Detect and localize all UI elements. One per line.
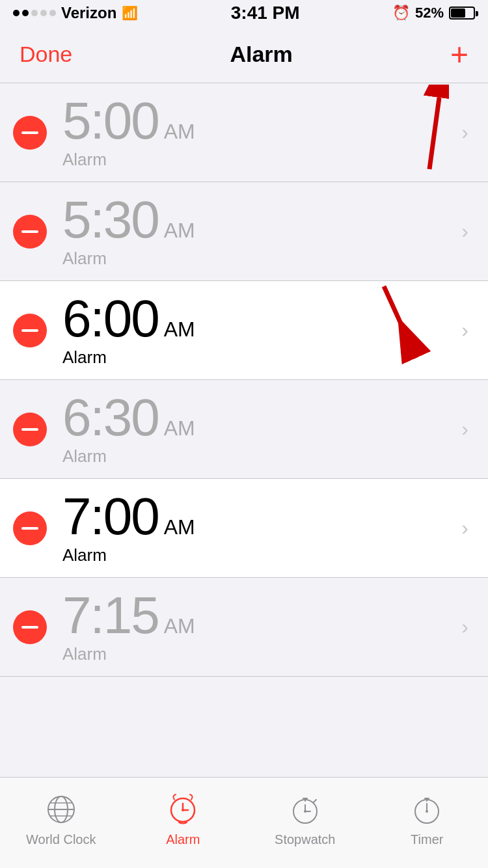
- alarm-ampm-4: AM: [164, 418, 195, 439]
- signal-dots: [13, 10, 56, 16]
- alarm-time-3: 6:00 AM: [62, 293, 451, 345]
- alarm-item-3[interactable]: 6:00 AM Alarm ›: [0, 281, 488, 380]
- alarm-time-5: 7:00 AM: [62, 491, 451, 543]
- nav-title: Alarm: [230, 42, 292, 67]
- delete-button-4[interactable]: [13, 413, 47, 446]
- alarm-hour-4: 6:30: [62, 392, 159, 444]
- alarm-item-6[interactable]: 7:15 AM Alarm ›: [0, 578, 488, 677]
- tab-world-clock[interactable]: World Clock: [0, 792, 122, 847]
- chevron-icon-3: ›: [461, 318, 468, 342]
- signal-dot-3: [31, 10, 38, 16]
- tab-alarm-label: Alarm: [166, 832, 200, 847]
- alarm-hour-5: 7:00: [62, 491, 159, 543]
- alarm-ampm-1: AM: [164, 121, 195, 142]
- signal-dot-5: [49, 10, 56, 16]
- status-right: ⏰ 52%: [392, 5, 475, 21]
- battery-fill: [451, 8, 465, 18]
- alarm-hour-2: 5:30: [62, 194, 159, 246]
- chevron-icon-4: ›: [461, 417, 468, 441]
- alarm-ampm-6: AM: [164, 616, 195, 636]
- alarm-item-2[interactable]: 5:30 AM Alarm ›: [0, 182, 488, 281]
- done-button[interactable]: Done: [20, 42, 72, 67]
- globe-icon: [44, 792, 79, 827]
- tab-stopwatch-label: Stopwatch: [275, 832, 335, 847]
- add-alarm-button[interactable]: +: [450, 39, 468, 70]
- delete-button-2[interactable]: [13, 215, 47, 249]
- delete-button-6[interactable]: [13, 610, 47, 644]
- alarm-time-1: 5:00 AM: [62, 95, 451, 147]
- alarm-label-2: Alarm: [62, 249, 451, 269]
- status-time: 3:41 PM: [231, 3, 300, 23]
- alarm-label-4: Alarm: [62, 446, 451, 467]
- alarm-info-6: 7:15 AM Alarm: [62, 590, 451, 664]
- alarm-label-3: Alarm: [62, 347, 451, 368]
- tab-stopwatch[interactable]: Stopwatch: [244, 792, 366, 847]
- chevron-icon-1: ›: [461, 120, 468, 144]
- timer-icon: [409, 792, 444, 827]
- delete-button-5[interactable]: [13, 511, 47, 545]
- svg-point-24: [426, 810, 428, 813]
- chevron-icon-5: ›: [461, 516, 468, 540]
- alarm-time-4: 6:30 AM: [62, 392, 451, 444]
- alarm-item-5[interactable]: 7:00 AM Alarm ›: [0, 479, 488, 578]
- wifi-icon: 📶: [122, 5, 138, 21]
- svg-point-12: [182, 809, 184, 811]
- alarm-hour-6: 7:15: [62, 590, 159, 642]
- alarm-label-1: Alarm: [62, 150, 451, 170]
- alarm-status-icon: ⏰: [392, 5, 410, 21]
- alarm-time-2: 5:30 AM: [62, 194, 451, 246]
- alarm-ampm-5: AM: [164, 517, 195, 537]
- alarm-label-5: Alarm: [62, 545, 451, 565]
- alarm-info-5: 7:00 AM Alarm: [62, 491, 451, 565]
- status-bar: Verizon 📶 3:41 PM ⏰ 52%: [0, 0, 488, 26]
- alarm-info-4: 6:30 AM Alarm: [62, 392, 451, 467]
- alarm-label-6: Alarm: [62, 644, 451, 664]
- signal-dot-2: [22, 10, 29, 16]
- nav-bar: Done Alarm +: [0, 26, 488, 83]
- signal-dot-1: [13, 10, 20, 16]
- alarm-item-1[interactable]: 5:00 AM Alarm ›: [0, 83, 488, 182]
- tab-bar: World Clock Alarm: [0, 777, 488, 868]
- battery-percent: 52%: [415, 5, 444, 21]
- alarm-info-2: 5:30 AM Alarm: [62, 194, 451, 269]
- alarm-time-6: 7:15 AM: [62, 590, 451, 642]
- tab-timer-label: Timer: [411, 832, 443, 847]
- alarm-clock-icon: [165, 792, 200, 827]
- carrier-label: Verizon: [61, 4, 116, 22]
- signal-dot-4: [40, 10, 47, 16]
- stopwatch-icon: [288, 792, 323, 827]
- delete-button-1[interactable]: [13, 116, 47, 150]
- chevron-icon-6: ›: [461, 615, 468, 639]
- tab-timer[interactable]: Timer: [366, 792, 489, 847]
- delete-button-3[interactable]: [13, 314, 47, 347]
- tab-alarm[interactable]: Alarm: [122, 792, 245, 847]
- alarm-list: 5:00 AM Alarm › 5:30 AM Alarm › 6:00 AM …: [0, 83, 488, 677]
- svg-line-18: [314, 800, 316, 802]
- alarm-hour-1: 5:00: [62, 95, 159, 147]
- chevron-icon-2: ›: [461, 219, 468, 243]
- alarm-ampm-2: AM: [164, 220, 195, 241]
- alarm-info-1: 5:00 AM Alarm: [62, 95, 451, 170]
- alarm-hour-3: 6:00: [62, 293, 159, 345]
- battery-icon: [449, 7, 475, 20]
- alarm-info-3: 6:00 AM Alarm: [62, 293, 451, 368]
- status-left: Verizon 📶: [13, 4, 138, 22]
- svg-point-19: [304, 810, 306, 813]
- alarm-item-4[interactable]: 6:30 AM Alarm ›: [0, 380, 488, 479]
- tab-world-clock-label: World Clock: [26, 832, 96, 847]
- alarm-ampm-3: AM: [164, 319, 195, 340]
